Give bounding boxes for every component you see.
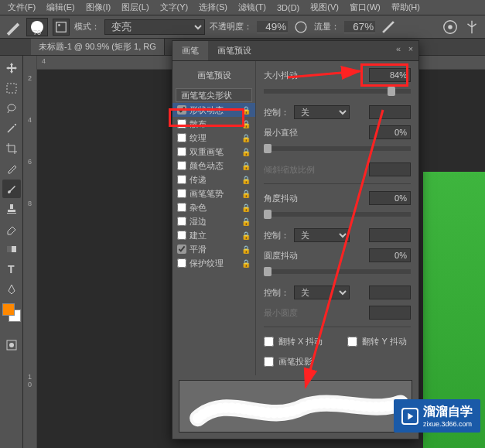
quickmask-tool[interactable] xyxy=(2,336,21,354)
panel-close-icon[interactable]: × xyxy=(406,44,415,53)
opacity-input[interactable] xyxy=(257,21,288,33)
checkbox-dual[interactable] xyxy=(177,147,186,156)
control1-input[interactable] xyxy=(369,105,411,119)
brush-tool[interactable] xyxy=(2,180,21,198)
option-noise[interactable]: 杂色🔒 xyxy=(172,200,255,214)
min-roundness-input xyxy=(369,306,411,320)
flow-input[interactable] xyxy=(344,21,375,33)
menu-edit[interactable]: 编辑(E) xyxy=(42,0,80,15)
options-bar: 70 模式： 变亮 不透明度： 流量： xyxy=(0,15,485,39)
flipx-checkbox[interactable] xyxy=(264,337,274,347)
menu-3d[interactable]: 3D(D) xyxy=(272,2,304,14)
angle-jitter-input[interactable] xyxy=(369,191,411,205)
min-diameter-input[interactable] xyxy=(369,125,411,139)
flipy-checkbox[interactable] xyxy=(347,337,357,347)
lock-icon[interactable]: 🔒 xyxy=(241,134,251,142)
menu-filter[interactable]: 滤镜(T) xyxy=(234,0,271,15)
checkbox-color[interactable] xyxy=(177,161,186,170)
lock-icon[interactable]: 🔒 xyxy=(241,203,251,212)
size-jitter-slider[interactable] xyxy=(264,89,411,94)
menu-type[interactable]: 文字(Y) xyxy=(155,0,193,15)
control3-input[interactable] xyxy=(369,286,411,299)
option-buildup[interactable]: 建立🔒 xyxy=(172,228,255,242)
gradient-tool[interactable] xyxy=(2,240,21,258)
foreground-color[interactable] xyxy=(2,303,15,316)
checkbox-pose[interactable] xyxy=(177,189,186,198)
min-diameter-slider[interactable] xyxy=(264,146,411,151)
color-swatches[interactable] xyxy=(2,303,21,322)
lock-icon[interactable]: 🔒 xyxy=(241,176,251,184)
eraser-tool[interactable] xyxy=(2,220,21,238)
lock-icon[interactable]: 🔒 xyxy=(241,259,251,268)
control2-input[interactable] xyxy=(369,228,411,242)
option-wetedge[interactable]: 湿边🔒 xyxy=(172,214,255,228)
lock-icon[interactable]: 🔒 xyxy=(241,190,251,198)
pressure-size-icon[interactable] xyxy=(442,19,459,36)
type-tool[interactable]: T xyxy=(2,260,21,279)
document-tab[interactable]: 未标题-1 @ 90.9% (矩形 1, RG xyxy=(31,39,165,55)
menu-view[interactable]: 视图(V) xyxy=(306,0,343,15)
checkbox-wetedge[interactable] xyxy=(177,217,186,226)
checkbox-smooth[interactable] xyxy=(177,245,186,254)
pen-tool[interactable] xyxy=(2,280,21,299)
lock-icon[interactable]: 🔒 xyxy=(241,162,251,170)
menu-window[interactable]: 窗口(W) xyxy=(345,0,385,15)
round-jitter-slider[interactable] xyxy=(264,269,411,274)
option-dual[interactable]: 双重画笔🔒 xyxy=(172,145,255,159)
menu-select[interactable]: 选择(S) xyxy=(194,0,232,15)
lock-icon[interactable]: 🔒 xyxy=(241,106,251,115)
checkbox-transfer[interactable] xyxy=(177,175,186,184)
round-jitter-input[interactable] xyxy=(369,248,411,262)
option-texture[interactable]: 纹理🔒 xyxy=(172,131,255,145)
checkbox-shape-dynamics[interactable] xyxy=(177,105,186,115)
checkbox-texture[interactable] xyxy=(177,133,186,142)
symmetry-icon[interactable] xyxy=(463,19,480,36)
checkbox-scatter[interactable] xyxy=(177,119,186,128)
lock-icon[interactable]: 🔒 xyxy=(241,120,251,128)
lock-icon[interactable]: 🔒 xyxy=(241,148,251,156)
option-smooth[interactable]: 平滑🔒 xyxy=(172,242,255,256)
menu-image[interactable]: 图像(I) xyxy=(81,0,115,15)
option-tip-shape[interactable]: 画笔笔尖形状 xyxy=(176,88,252,102)
lock-icon[interactable]: 🔒 xyxy=(241,231,251,240)
marquee-tool[interactable] xyxy=(2,79,21,97)
blend-mode-select[interactable]: 变亮 xyxy=(104,19,205,35)
checkbox-buildup[interactable] xyxy=(177,231,186,240)
projection-checkbox[interactable] xyxy=(264,357,274,367)
control1-select[interactable]: 关 xyxy=(294,105,350,119)
menu-file[interactable]: 文件(F) xyxy=(3,0,40,15)
tab-brush[interactable]: 画笔 xyxy=(172,41,208,60)
checkbox-protect[interactable] xyxy=(177,258,186,268)
checkbox-noise[interactable] xyxy=(177,203,186,212)
brush-picker[interactable]: 70 xyxy=(26,18,48,36)
tab-brush-presets[interactable]: 画笔预设 xyxy=(208,41,261,60)
menu-layer[interactable]: 图层(L) xyxy=(117,0,153,15)
angle-jitter-slider[interactable] xyxy=(264,212,411,217)
projection-label: 画笔投影 xyxy=(278,356,313,368)
control3-select[interactable]: 关 xyxy=(294,286,350,299)
crop-tool[interactable] xyxy=(2,139,21,158)
option-scatter[interactable]: 散布🔒 xyxy=(172,117,255,131)
lasso-tool[interactable] xyxy=(2,99,21,118)
stamp-tool[interactable] xyxy=(2,200,21,218)
option-pose[interactable]: 画笔笔势🔒 xyxy=(172,186,255,200)
eyedropper-tool[interactable] xyxy=(2,159,21,178)
option-shape-dynamics[interactable]: 形状动态🔒 xyxy=(172,103,255,117)
control2-select[interactable]: 关 xyxy=(294,228,350,242)
tool-preset-icon[interactable] xyxy=(5,19,22,36)
menu-help[interactable]: 帮助(H) xyxy=(387,0,425,15)
wand-tool[interactable] xyxy=(2,119,21,138)
option-color[interactable]: 颜色动态🔒 xyxy=(172,159,255,173)
size-jitter-input[interactable] xyxy=(369,68,411,82)
panel-collapse-icon[interactable]: « xyxy=(394,44,403,53)
pressure-opacity-icon[interactable] xyxy=(292,19,309,36)
menu-bar: 文件(F) 编辑(E) 图像(I) 图层(L) 文字(Y) 选择(S) 滤镜(T… xyxy=(0,0,485,15)
option-protect[interactable]: 保护纹理🔒 xyxy=(172,256,255,270)
option-transfer[interactable]: 传递🔒 xyxy=(172,173,255,186)
move-tool[interactable] xyxy=(2,59,21,77)
airbrush-icon[interactable] xyxy=(380,19,397,36)
brush-presets-button[interactable]: 画笔预设 xyxy=(177,67,251,84)
brush-panel-toggle[interactable] xyxy=(53,19,70,36)
lock-icon[interactable]: 🔒 xyxy=(241,217,251,226)
lock-icon[interactable]: 🔒 xyxy=(241,245,251,254)
